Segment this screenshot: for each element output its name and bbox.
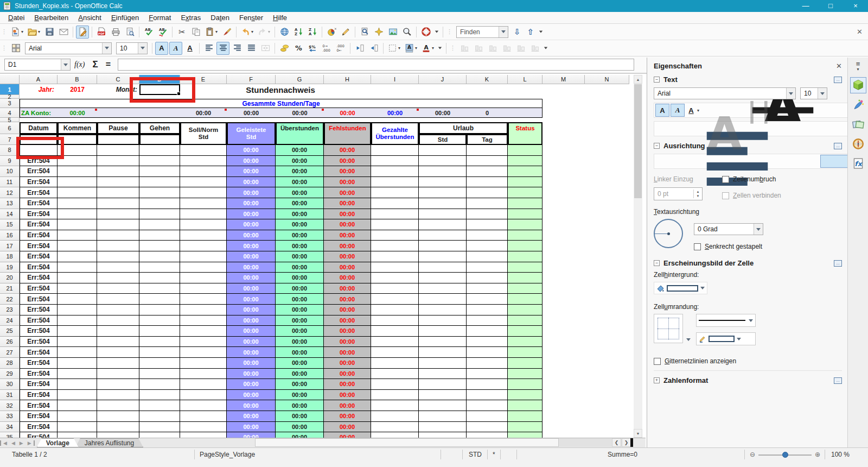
toolbar-close-icon[interactable]: ✕: [857, 28, 863, 36]
cell-E18[interactable]: [180, 251, 227, 262]
dropdown-icon[interactable]: [737, 338, 741, 340]
cell-A34[interactable]: Err:504: [20, 422, 58, 433]
sidebar-menu-icon[interactable]: ≡▾: [856, 62, 860, 72]
open-button[interactable]: ▾: [26, 26, 42, 39]
cell-C8[interactable]: [97, 145, 139, 156]
cell-E34[interactable]: [180, 422, 227, 433]
toolbar-overflow-icon[interactable]: [438, 47, 442, 49]
cell-J24[interactable]: [419, 315, 467, 326]
cell-K4[interactable]: 0: [467, 108, 508, 118]
cell-G25[interactable]: 00:00: [276, 326, 324, 337]
column-header-N[interactable]: N: [585, 75, 629, 84]
name-box[interactable]: D1: [4, 59, 71, 71]
row-header-15[interactable]: 15: [0, 219, 20, 230]
cell-J11[interactable]: [419, 177, 467, 188]
cell-C14[interactable]: [97, 209, 139, 220]
cell-B18[interactable]: [58, 251, 97, 262]
cell-I10[interactable]: [371, 166, 419, 177]
cell-G8[interactable]: 00:00: [276, 145, 324, 156]
object-align-right-button[interactable]: [486, 42, 499, 55]
bold-button[interactable]: A: [155, 42, 168, 55]
cell-F14[interactable]: 00:00: [227, 209, 276, 220]
cell-H8[interactable]: 00:00: [324, 145, 371, 156]
menu-hilfe[interactable]: Hilfe: [268, 12, 292, 23]
cell-L26[interactable]: [508, 337, 542, 348]
cell-H28[interactable]: 00:00: [324, 358, 371, 369]
row-header-30[interactable]: 30: [0, 379, 20, 390]
cell-F22[interactable]: 00:00: [227, 294, 276, 305]
spellcheck-button[interactable]: [142, 26, 155, 39]
cell-B14[interactable]: [58, 209, 97, 220]
cell-I19[interactable]: [371, 262, 419, 273]
toolbar-grip[interactable]: ⋮: [0, 45, 9, 52]
close-button[interactable]: ×: [843, 0, 868, 12]
cell-D15[interactable]: [139, 219, 180, 230]
cell-H13[interactable]: 00:00: [324, 198, 371, 209]
cell-C30[interactable]: [97, 379, 139, 390]
cell-L28[interactable]: [508, 358, 542, 369]
find-next-button[interactable]: ⇩: [510, 27, 524, 37]
vertical-scrollbar-thumb[interactable]: [634, 84, 642, 198]
cell-L9[interactable]: [508, 156, 542, 167]
dropdown-icon[interactable]: [686, 338, 691, 341]
cell-G27[interactable]: 00:00: [276, 347, 324, 358]
cell-K10[interactable]: [467, 166, 508, 177]
cell-L19[interactable]: [508, 262, 542, 273]
cell-L32[interactable]: [508, 400, 542, 411]
toolbar-grip[interactable]: ⋮: [445, 28, 454, 35]
deck-properties-icon[interactable]: [850, 77, 866, 93]
zoom-level[interactable]: 100 %: [831, 451, 850, 458]
cell-J32[interactable]: [419, 400, 467, 411]
cell-D10[interactable]: [139, 166, 180, 177]
font-color-button[interactable]: ▾: [420, 42, 436, 55]
cell-G34[interactable]: 00:00: [276, 422, 324, 433]
cell-F34[interactable]: 00:00: [227, 422, 276, 433]
cell-K14[interactable]: [467, 209, 508, 220]
cell-I8[interactable]: [371, 145, 419, 156]
cell-E16[interactable]: [180, 230, 227, 241]
row-header-10[interactable]: 10: [0, 166, 20, 177]
dropdown-icon[interactable]: ▾: [21, 29, 23, 34]
cell-C19[interactable]: [97, 262, 139, 273]
cell-F16[interactable]: 00:00: [227, 230, 276, 241]
underline-button[interactable]: A: [183, 42, 196, 55]
cell-K12[interactable]: [467, 187, 508, 198]
show-gridlines-checkbox[interactable]: [654, 358, 661, 365]
indent-spinner[interactable]: 0 pt ▲▼: [654, 187, 703, 200]
cell-D29[interactable]: [139, 369, 180, 380]
cell-D11[interactable]: [139, 177, 180, 188]
cell-F35[interactable]: 00:00: [227, 432, 276, 438]
cell-K24[interactable]: [467, 315, 508, 326]
dropdown-icon[interactable]: [754, 224, 763, 235]
cell-L33[interactable]: [508, 411, 542, 422]
menu-extras[interactable]: Extras: [176, 12, 206, 23]
cell-C18[interactable]: [97, 251, 139, 262]
cell-F12[interactable]: 00:00: [227, 187, 276, 198]
cell-J9[interactable]: [419, 156, 467, 167]
cell-I35[interactable]: [371, 432, 419, 438]
horizontal-scrollbar[interactable]: ❮ ❯: [255, 438, 633, 447]
last-sheet-button[interactable]: ▶: [25, 440, 35, 446]
cell-K28[interactable]: [467, 358, 508, 369]
cell-G10[interactable]: 00:00: [276, 166, 324, 177]
cell-G19[interactable]: 00:00: [276, 262, 324, 273]
cell-K22[interactable]: [467, 294, 508, 305]
cell-A26[interactable]: Err:504: [20, 337, 58, 348]
cell-I23[interactable]: [371, 305, 419, 315]
cell-H14[interactable]: 00:00: [324, 209, 371, 220]
cell-D32[interactable]: [139, 400, 180, 411]
cell-K26[interactable]: [467, 337, 508, 348]
cell-I16[interactable]: [371, 230, 419, 241]
cell-G21[interactable]: 00:00: [276, 283, 324, 294]
cell-J4[interactable]: 00:00: [419, 108, 467, 118]
table-header-ueberstunden[interactable]: Überstunden: [276, 122, 324, 145]
cell-G33[interactable]: 00:00: [276, 411, 324, 422]
cell-L11[interactable]: [508, 177, 542, 188]
cell-I12[interactable]: [371, 187, 419, 198]
cell-H9[interactable]: 00:00: [324, 156, 371, 167]
row-header-14[interactable]: 14: [0, 209, 20, 220]
cell-K8[interactable]: [467, 145, 508, 156]
cell-L21[interactable]: [508, 283, 542, 294]
cell-D34[interactable]: [139, 422, 180, 433]
cell-L25[interactable]: [508, 326, 542, 337]
